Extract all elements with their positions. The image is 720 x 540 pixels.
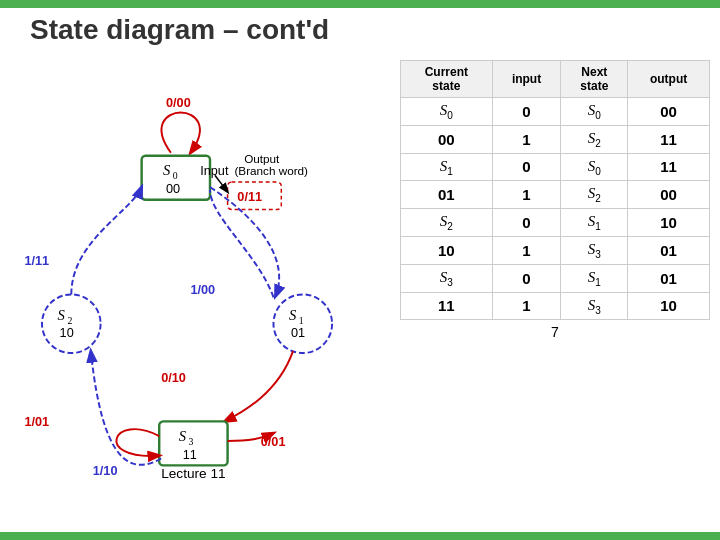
cell-output: 00: [628, 181, 710, 209]
svg-text:00: 00: [166, 182, 180, 196]
svg-text:1: 1: [299, 315, 304, 326]
svg-text:(Branch word): (Branch word): [234, 164, 308, 177]
svg-text:1/11: 1/11: [24, 254, 49, 268]
table-row: 01 1 S2 00: [401, 181, 710, 209]
table-row: 10 1 S3 01: [401, 236, 710, 264]
svg-text:2: 2: [67, 315, 72, 326]
top-bar: [0, 0, 720, 8]
cell-next-state: S1: [561, 209, 628, 237]
cell-output: 00: [628, 98, 710, 126]
svg-text:S: S: [58, 307, 66, 323]
cell-current-val: 01: [401, 181, 493, 209]
cell-output: 10: [628, 209, 710, 237]
svg-text:S: S: [179, 428, 187, 444]
cell-current-val: 00: [401, 125, 493, 153]
cell-output: 11: [628, 125, 710, 153]
svg-text:11: 11: [183, 448, 197, 462]
table-row: S1 0 S0 11: [401, 153, 710, 181]
table-footnote: 7: [400, 324, 710, 340]
cell-current-val: 10: [401, 236, 493, 264]
svg-text:0/11: 0/11: [237, 190, 262, 204]
diagram-area: 0/00 S 0 00 Input Output (Branch word) 0…: [10, 60, 410, 520]
cell-input: 0: [492, 264, 561, 292]
cell-input: 1: [492, 181, 561, 209]
cell-current-state: S1: [401, 153, 493, 181]
svg-text:1/10: 1/10: [93, 464, 118, 478]
cell-output: 01: [628, 236, 710, 264]
cell-output: 11: [628, 153, 710, 181]
col-header-input: input: [492, 61, 561, 98]
table-row: 00 1 S2 11: [401, 125, 710, 153]
cell-output: 01: [628, 264, 710, 292]
cell-input: 0: [492, 209, 561, 237]
table-row: S2 0 S1 10: [401, 209, 710, 237]
page-title: State diagram – cont'd: [30, 14, 329, 46]
cell-next-state: S0: [561, 153, 628, 181]
cell-current-state: S0: [401, 98, 493, 126]
svg-text:1/01: 1/01: [24, 415, 49, 429]
cell-next-state: S0: [561, 98, 628, 126]
svg-text:0/00: 0/00: [166, 96, 191, 110]
table-row: 11 1 S3 10: [401, 292, 710, 320]
cell-output: 10: [628, 292, 710, 320]
svg-text:S: S: [289, 307, 297, 323]
svg-text:S: S: [163, 162, 171, 178]
cell-input: 1: [492, 125, 561, 153]
cell-input: 0: [492, 153, 561, 181]
cell-input: 1: [492, 292, 561, 320]
col-header-current: Currentstate: [401, 61, 493, 98]
svg-text:1/00: 1/00: [190, 283, 215, 297]
cell-input: 1: [492, 236, 561, 264]
cell-current-state: S2: [401, 209, 493, 237]
state-diagram: 0/00 S 0 00 Input Output (Branch word) 0…: [10, 60, 410, 480]
col-header-next: Nextstate: [561, 61, 628, 98]
cell-next-state: S2: [561, 181, 628, 209]
cell-next-state: S3: [561, 236, 628, 264]
svg-text:Lecture 11: Lecture 11: [161, 466, 226, 480]
svg-text:0/10: 0/10: [161, 371, 186, 385]
cell-next-state: S1: [561, 264, 628, 292]
bottom-bar: [0, 532, 720, 540]
cell-next-state: S2: [561, 125, 628, 153]
cell-next-state: S3: [561, 292, 628, 320]
svg-text:3: 3: [189, 436, 194, 447]
cell-current-val: 11: [401, 292, 493, 320]
svg-text:Input: Input: [200, 164, 229, 178]
svg-text:0: 0: [173, 170, 178, 181]
table-row: S0 0 S0 00: [401, 98, 710, 126]
col-header-output: output: [628, 61, 710, 98]
cell-current-state: S3: [401, 264, 493, 292]
svg-text:Output: Output: [244, 152, 280, 165]
table-area: Currentstate input Nextstate output S0 0…: [400, 60, 710, 340]
svg-text:01: 01: [291, 326, 305, 340]
cell-input: 0: [492, 98, 561, 126]
svg-text:10: 10: [60, 326, 74, 340]
table-row: S3 0 S1 01: [401, 264, 710, 292]
state-table: Currentstate input Nextstate output S0 0…: [400, 60, 710, 320]
